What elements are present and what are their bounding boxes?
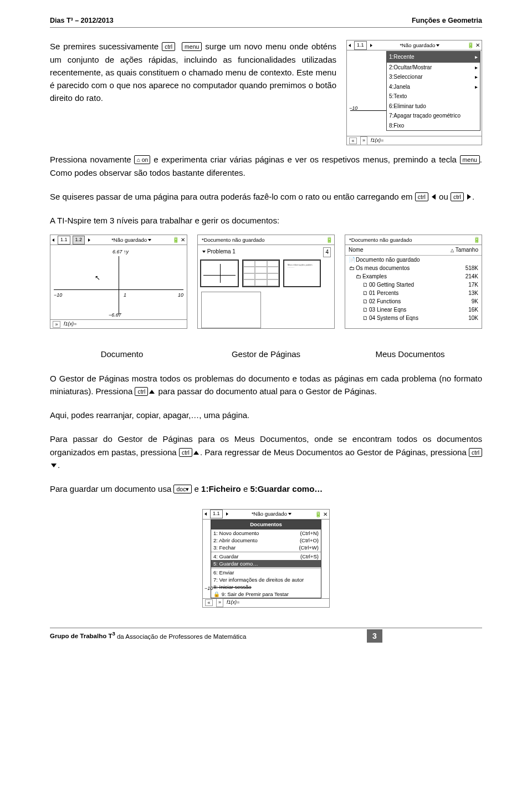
context-menu[interactable]: 1:Recente▸ 2:Ocultar/Mostrar▸ 3:Seleccio… (386, 51, 480, 131)
screenshot-documents-menu: 1.1 *Não guardado 🔋 ✕ Documentos 1: Novo… (202, 509, 330, 608)
paragraph-2: Pressiona novamente ⌂ on e experimenta c… (50, 153, 482, 179)
caption-documento: Documento (50, 348, 194, 360)
key-home-on: ⌂ on (134, 155, 150, 164)
menu-item[interactable]: 4: Guardar(Ctrl+S) (211, 553, 321, 560)
screenshot-context-menu: 1.1 *Não guardado 🔋 ✕ 6.67 ↑y −10 10 1:R… (346, 40, 482, 145)
screenshot-gestor: *Documento não guardado 🔋 Problema 14 Ma… (197, 235, 335, 329)
file-row[interactable]: 🗋02 Functions9K (345, 297, 482, 306)
page-footer: Grupo de Trabalho T3 da Associação de Pr… (50, 628, 482, 643)
screenshot-documento: 1.1 1.2 *Não guardado 🔋 ✕ 6.67 ↑y −10 1 … (50, 235, 187, 329)
menu-item[interactable]: 8: Iniciar sessão (211, 583, 321, 591)
arrow-right-icon (467, 194, 471, 200)
page-header: Dias T³ – 2012/2013 Funções e Geometria (50, 16, 482, 28)
file-row[interactable]: 📄Documento não guardado (345, 256, 482, 264)
key-ctrl: ctrl (162, 42, 175, 51)
paragraph-6: Aqui, podes rearranjar, copiar, apagar,…… (50, 409, 482, 421)
arrow-up-icon (149, 390, 155, 394)
file-row[interactable]: 🗋04 Systems of Eqns10K (345, 314, 482, 322)
caption-meus-docs: Meus Documentos (338, 348, 482, 360)
menu-item[interactable]: 6: Enviar (211, 569, 321, 576)
paragraph-4: A TI-Nspire tem 3 níveis para trabalhar … (50, 214, 482, 227)
key-ctrl-4: ctrl (135, 387, 148, 396)
key-ctrl-2: ctrl (415, 192, 428, 201)
menu-item[interactable]: 7: Ver informações de direitos de autor (211, 576, 321, 583)
key-doc: doc▾ (173, 485, 192, 493)
paragraph-7: Para passar do Gestor de Páginas para os… (50, 432, 482, 471)
screenshot-meus-docs: *Documento não guardado 🔋 Nome △ Tamanho… (345, 235, 482, 329)
arrow-up-icon-2 (193, 451, 199, 455)
key-ctrl-3: ctrl (451, 192, 464, 201)
header-left: Dias T³ – 2012/2013 (50, 16, 114, 26)
key-menu-2: menu (460, 155, 480, 164)
key-ctrl-5: ctrl (179, 448, 192, 457)
menu-item[interactable]: 5: Guardar como… (211, 560, 321, 567)
paragraph-5: O Gestor de Páginas mostra todos os prob… (50, 372, 482, 398)
paragraph-8: Para guardar um documento usa doc▾ e 1:F… (50, 482, 482, 495)
page-number: 3 (367, 629, 382, 643)
file-row[interactable]: 🗋00 Getting Started17K (345, 281, 482, 289)
file-row[interactable]: 🗀Examples214K (345, 272, 482, 281)
menu-item[interactable]: 3: Fechar(Ctrl+W) (211, 544, 321, 551)
header-right: Funções e Geometria (412, 16, 482, 26)
menu-item[interactable]: 1: Novo documento(Ctrl+N) (211, 530, 321, 537)
documents-menu[interactable]: Documentos 1: Novo documento(Ctrl+N)2: A… (211, 520, 321, 598)
file-row[interactable]: 🗋01 Percents13K (345, 289, 482, 297)
key-menu: menu (182, 42, 202, 51)
key-ctrl-6: ctrl (469, 448, 482, 457)
caption-gestor: Gestor de Páginas (194, 348, 338, 360)
tab-1-1: 1.1 (354, 41, 367, 50)
menu-item[interactable]: 🔒 9: Sair de Premir para Testar (211, 591, 321, 598)
arrow-left-icon (432, 194, 436, 200)
file-row[interactable]: 🗀Os meus documentos518K (345, 264, 482, 272)
battery-close-icons: 🔋 ✕ (467, 41, 480, 50)
file-row[interactable]: 🗋03 Linear Eqns16K (345, 306, 482, 314)
menu-item[interactable]: 2: Abrir documento(Ctrl+O) (211, 537, 321, 544)
paragraph-3: Se quiseres passar de uma página para ou… (50, 190, 482, 203)
arrow-down-icon (51, 464, 57, 467)
